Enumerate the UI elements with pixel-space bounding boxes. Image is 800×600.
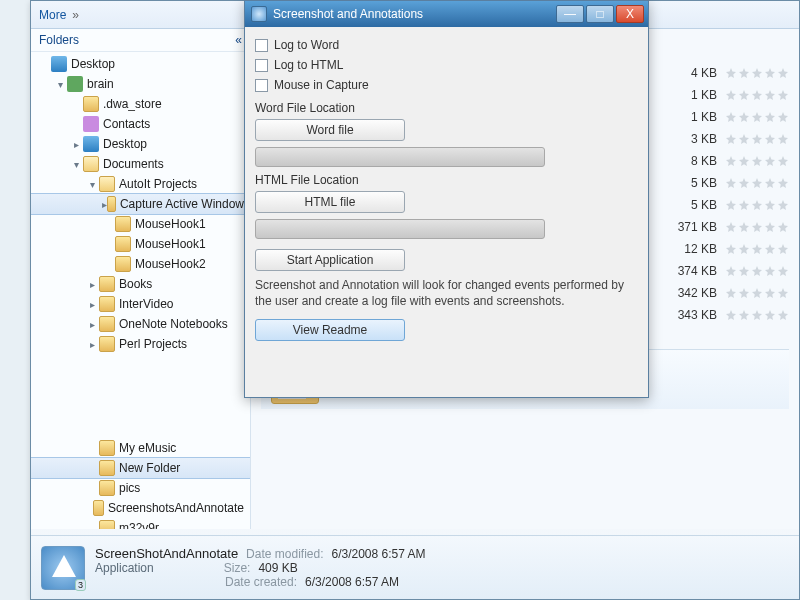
- star-icon: [764, 309, 776, 321]
- star-icon: [777, 243, 789, 255]
- tree-node[interactable]: MouseHook2: [31, 254, 250, 274]
- star-icon: [777, 67, 789, 79]
- star-icon: [764, 265, 776, 277]
- file-row[interactable]: 4 KB: [677, 63, 789, 83]
- star-icon: [751, 265, 763, 277]
- word-file-path[interactable]: [255, 147, 545, 167]
- star-icon: [738, 309, 750, 321]
- tree-label: OneNote Notebooks: [119, 317, 228, 331]
- tree-node[interactable]: MouseHook1: [31, 234, 250, 254]
- twisty-icon[interactable]: ▸: [85, 279, 99, 290]
- file-row[interactable]: 342 KB: [677, 283, 789, 303]
- file-row[interactable]: 371 KB: [677, 217, 789, 237]
- file-row[interactable]: 374 KB: [677, 261, 789, 281]
- minimize-button[interactable]: —: [556, 5, 584, 23]
- tree-label: MouseHook1: [135, 217, 206, 231]
- sidebar-collapse-icon[interactable]: «: [235, 33, 242, 47]
- file-row[interactable]: 5 KB: [677, 173, 789, 193]
- twisty-icon[interactable]: ▸: [69, 139, 83, 150]
- log-to-word-checkbox[interactable]: [255, 39, 268, 52]
- twisty-icon[interactable]: ▾: [85, 179, 99, 190]
- star-icon: [725, 89, 737, 101]
- rating-stars[interactable]: [725, 177, 789, 189]
- rating-stars[interactable]: [725, 309, 789, 321]
- star-icon: [725, 199, 737, 211]
- tree-node[interactable]: ▾Documents: [31, 154, 250, 174]
- rating-stars[interactable]: [725, 199, 789, 211]
- tree-node[interactable]: m32v9r: [31, 518, 250, 529]
- log-to-word-label: Log to Word: [274, 38, 339, 52]
- star-icon: [738, 155, 750, 167]
- rating-stars[interactable]: [725, 221, 789, 233]
- star-icon: [764, 111, 776, 123]
- file-size: 1 KB: [677, 110, 717, 124]
- word-file-button[interactable]: Word file: [255, 119, 405, 141]
- tree-node[interactable]: ▸Capture Active Window: [31, 194, 250, 214]
- file-row[interactable]: 12 KB: [677, 239, 789, 259]
- rating-stars[interactable]: [725, 265, 789, 277]
- tree-node[interactable]: New Folder: [31, 458, 250, 478]
- tree-node[interactable]: ▾brain: [31, 74, 250, 94]
- mouse-in-capture-checkbox[interactable]: [255, 79, 268, 92]
- start-application-button[interactable]: Start Application: [255, 249, 405, 271]
- maximize-button[interactable]: □: [586, 5, 614, 23]
- file-row[interactable]: 1 KB: [677, 85, 789, 105]
- tree-label: Desktop: [71, 57, 115, 71]
- tree-node[interactable]: ▾AutoIt Projects: [31, 174, 250, 194]
- file-row[interactable]: 8 KB: [677, 151, 789, 171]
- tree-node[interactable]: ▸Perl Projects: [31, 334, 250, 354]
- tree-node[interactable]: Contacts: [31, 114, 250, 134]
- tree-node[interactable]: .dwa_store: [31, 94, 250, 114]
- file-row[interactable]: 5 KB: [677, 195, 789, 215]
- tree-node[interactable]: ▸OneNote Notebooks: [31, 314, 250, 334]
- more-link[interactable]: More: [39, 8, 66, 22]
- mouse-in-capture-label: Mouse in Capture: [274, 78, 369, 92]
- file-row[interactable]: 343 KB: [677, 305, 789, 325]
- rating-stars[interactable]: [725, 111, 789, 123]
- folders-header: Folders: [39, 33, 79, 47]
- star-icon: [764, 155, 776, 167]
- close-button[interactable]: X: [616, 5, 644, 23]
- folder-icon: [115, 216, 131, 232]
- file-row[interactable]: 1 KB: [677, 107, 789, 127]
- log-to-html-checkbox[interactable]: [255, 59, 268, 72]
- dialog-description: Screenshot and Annotation will look for …: [255, 277, 638, 309]
- rating-stars[interactable]: [725, 89, 789, 101]
- tree-node[interactable]: pics: [31, 478, 250, 498]
- rating-stars[interactable]: [725, 243, 789, 255]
- star-icon: [751, 133, 763, 145]
- rating-stars[interactable]: [725, 67, 789, 79]
- tree-node[interactable]: ▸Desktop: [31, 134, 250, 154]
- tree-node[interactable]: Desktop: [31, 54, 250, 74]
- folder-icon: [107, 196, 115, 212]
- details-created-label: Date created:: [225, 575, 297, 589]
- rating-stars[interactable]: [725, 155, 789, 167]
- dialog-titlebar[interactable]: Screenshot and Annotations — □ X: [245, 1, 648, 27]
- star-icon: [725, 265, 737, 277]
- star-icon: [725, 155, 737, 167]
- html-file-path[interactable]: [255, 219, 545, 239]
- tree-node[interactable]: ▸Books: [31, 274, 250, 294]
- tree-node[interactable]: MouseHook1: [31, 214, 250, 234]
- html-file-button[interactable]: HTML file: [255, 191, 405, 213]
- twisty-icon[interactable]: ▸: [85, 319, 99, 330]
- file-size: 5 KB: [677, 198, 717, 212]
- tree-node[interactable]: ▸InterVideo: [31, 294, 250, 314]
- tree-node[interactable]: My eMusic: [31, 438, 250, 458]
- folder-icon: [115, 236, 131, 252]
- view-readme-button[interactable]: View Readme: [255, 319, 405, 341]
- file-row[interactable]: 3 KB: [677, 129, 789, 149]
- tree-label: m32v9r: [119, 521, 159, 529]
- star-icon: [738, 265, 750, 277]
- twisty-icon[interactable]: ▸: [85, 339, 99, 350]
- star-icon: [777, 221, 789, 233]
- twisty-icon[interactable]: ▾: [53, 79, 67, 90]
- tree-node[interactable]: ScreenshotsAndAnnotate: [31, 498, 250, 518]
- twisty-icon[interactable]: ▾: [69, 159, 83, 170]
- rating-stars[interactable]: [725, 133, 789, 145]
- tree-label: MouseHook2: [135, 257, 206, 271]
- rating-stars[interactable]: [725, 287, 789, 299]
- twisty-icon[interactable]: ▸: [85, 299, 99, 310]
- star-icon: [777, 199, 789, 211]
- tree-label: New Folder: [119, 461, 180, 475]
